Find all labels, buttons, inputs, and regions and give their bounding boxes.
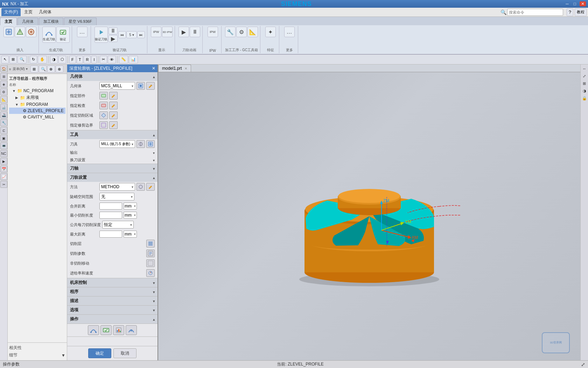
tb-measure[interactable]: 📏	[119, 56, 128, 63]
tb-iso[interactable]: I	[91, 56, 97, 63]
cut-level-label[interactable]: 切削层	[70, 241, 82, 246]
icon-chart[interactable]: 📈	[0, 173, 7, 180]
cut-level-btn[interactable]	[146, 240, 155, 247]
method-dropdown[interactable]: METHOD	[99, 183, 135, 191]
tb-hide[interactable]: 👁	[108, 56, 116, 63]
operations-header[interactable]: 操作	[67, 315, 158, 323]
nav-unused[interactable]: ▶ 📁 未用项	[9, 94, 65, 101]
play-btn[interactable]: ▶	[108, 35, 118, 42]
icon-sim[interactable]: ▶	[0, 158, 7, 165]
icon-prog[interactable]: 💻	[0, 142, 7, 149]
icon-pipe[interactable]: ⊏	[0, 127, 7, 134]
anim-btn1[interactable]: ▶	[178, 27, 189, 37]
generate-path-btn[interactable]: 生成刀轨	[42, 27, 56, 43]
nav-btn3[interactable]: ⊕	[47, 66, 55, 73]
geometry-dropdown[interactable]: MCS_MILL	[99, 82, 135, 90]
max-dist-unit[interactable]: mm ▾	[124, 231, 137, 238]
specify-part-edit-btn[interactable]	[109, 92, 118, 100]
add-geometry-btn[interactable]	[15, 27, 25, 37]
next-btn[interactable]: ⏭	[137, 31, 145, 38]
dialog-close-btn[interactable]: ✕	[152, 66, 155, 71]
gc-btn2[interactable]: ⚙	[236, 27, 247, 37]
method-select-btn[interactable]	[136, 183, 145, 191]
tb-top[interactable]: T	[77, 56, 83, 63]
icon-assembly[interactable]: ⊞	[0, 73, 7, 80]
tb-fit[interactable]: ⊞	[9, 56, 17, 63]
specify-trim-btn[interactable]	[99, 121, 108, 129]
tb-right[interactable]: R	[84, 56, 91, 63]
minimize-btn[interactable]: ─	[564, 1, 570, 6]
specify-check-btn[interactable]	[99, 102, 108, 109]
cancel-btn[interactable]: 取消	[113, 348, 136, 358]
non-cut-btn[interactable]	[146, 259, 155, 267]
icon-cal[interactable]: 📅	[0, 165, 7, 172]
toolpath-header[interactable]: 刀轨设置	[67, 173, 158, 182]
detail-row[interactable]: 细节 ▼	[9, 352, 65, 359]
tb-shade[interactable]: ◑	[50, 56, 58, 63]
menu-file[interactable]: 文件(F)	[1, 8, 21, 16]
icon-mold[interactable]: ▣	[0, 135, 7, 142]
tb-section[interactable]: ✂	[100, 56, 107, 63]
max-dist-input[interactable]: 0.1000	[99, 231, 122, 238]
viewport-3d[interactable]: ZM XM YM	[158, 72, 580, 360]
nav-cavity[interactable]: ⚙ CAVITY_MILL	[9, 114, 65, 120]
ipw-btn[interactable]: IPW	[208, 27, 218, 37]
program-header[interactable]: 程序	[67, 287, 158, 296]
verify-op-btn[interactable]	[100, 325, 112, 335]
machine-ctrl-header[interactable]: 机床控制	[67, 278, 158, 287]
specify-check-edit-btn[interactable]	[109, 102, 118, 109]
tab-geometry[interactable]: 几何体	[18, 18, 38, 25]
icon-nc[interactable]: NC	[0, 150, 7, 157]
gc-btn1[interactable]: 🔧	[225, 27, 236, 37]
geometry-select-btn[interactable]	[136, 82, 145, 90]
chart-op-btn[interactable]	[113, 325, 124, 335]
feed-speed-btn[interactable]	[146, 269, 155, 277]
tb-wire[interactable]: ⬡	[58, 56, 66, 63]
min-cut-unit[interactable]: mm ▾	[124, 212, 137, 219]
tool-header[interactable]: 工具	[67, 130, 158, 139]
feed-speed-label[interactable]: 进给率和速度	[70, 271, 93, 276]
speed-select[interactable]: 5 ▾	[126, 31, 137, 38]
confirm-btn[interactable]: 确定	[88, 348, 111, 358]
generate-op-btn[interactable]	[88, 325, 99, 335]
cut-params-btn[interactable]	[146, 250, 155, 257]
r-icon-5[interactable]: 🔒	[581, 95, 588, 102]
post-op-btn[interactable]	[126, 325, 137, 335]
icon-model[interactable]: ◈	[0, 81, 7, 88]
gc-btn3[interactable]: 📐	[247, 27, 258, 37]
icon-inspect[interactable]: 🔬	[0, 104, 7, 111]
tab-module[interactable]: 加工模块	[39, 18, 63, 25]
create-operation-btn[interactable]	[26, 27, 36, 37]
nav-nc-program[interactable]: ▼ 📁 NC_PROGRAM	[9, 88, 65, 94]
pause-btn[interactable]: ⏸	[108, 27, 118, 34]
simulate-btn[interactable]: 验证刀轨	[94, 27, 108, 43]
nav-btn4[interactable]: ⊗	[56, 66, 63, 73]
tb-zoom[interactable]: 🔍	[18, 56, 27, 63]
expand-viewport-btn[interactable]: ⤢	[581, 362, 585, 367]
add-tool-btn[interactable]	[4, 27, 14, 37]
geometry-header[interactable]: 几何体	[67, 72, 158, 81]
cut-params-label[interactable]: 切削参数	[70, 251, 85, 256]
specify-part-btn[interactable]	[99, 92, 108, 100]
describe-header[interactable]: 描述	[67, 297, 158, 305]
help-btn[interactable]: ?	[567, 8, 573, 16]
tool-select-btn[interactable]	[136, 140, 145, 148]
icon-cut[interactable]: ✂	[0, 181, 7, 188]
tb-select[interactable]: ↖	[1, 56, 9, 63]
tool-create-btn[interactable]	[146, 140, 155, 148]
icon-part[interactable]: 🔧	[0, 119, 7, 126]
nav-btn2[interactable]: 🔍	[39, 66, 47, 73]
specify-cut-area-btn[interactable]	[99, 111, 108, 119]
merge-dist-unit[interactable]: mm ▾	[124, 203, 137, 210]
method-edit-btn[interactable]	[146, 183, 155, 191]
output-label[interactable]: 输出	[70, 150, 78, 155]
stepover-dropdown[interactable]: 无	[99, 193, 134, 200]
merge-dist-input[interactable]: 0.1000	[99, 203, 122, 210]
specify-trim-edit-btn[interactable]	[109, 121, 118, 129]
display-ipw-btn[interactable]: IPW	[151, 27, 161, 37]
search-input[interactable]	[507, 9, 563, 16]
change-tool-label[interactable]: 换刀设置	[70, 157, 85, 163]
icon-draft[interactable]: 📐	[0, 96, 7, 103]
feature-btn[interactable]: ✦	[265, 27, 276, 37]
tutorial-btn[interactable]: 教程	[575, 8, 587, 16]
